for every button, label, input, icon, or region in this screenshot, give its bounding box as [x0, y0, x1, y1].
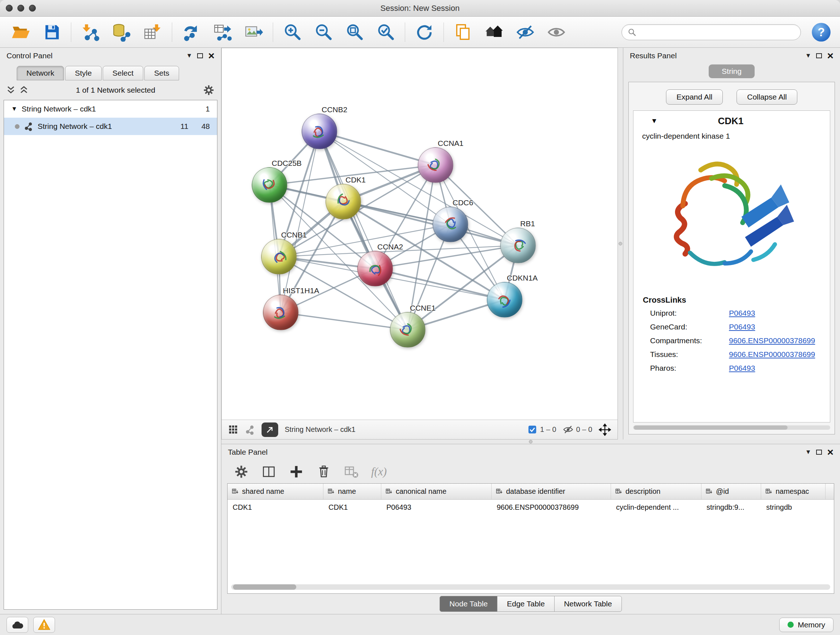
network-from-table-button[interactable] [208, 20, 237, 44]
collapse-all-icon[interactable] [6, 85, 15, 95]
panel-close-icon[interactable]: × [827, 50, 834, 61]
crosslink-link[interactable]: 9606.ENSP00000378699 [729, 350, 815, 359]
column-header-namespac[interactable]: namespac [761, 484, 826, 499]
panel-float-icon[interactable] [816, 53, 822, 58]
expand-all-button[interactable]: Expand All [666, 89, 723, 105]
panel-menu-icon[interactable]: ▼ [805, 448, 812, 456]
network-edge[interactable] [319, 131, 408, 330]
network-node-CDK1[interactable] [325, 184, 361, 219]
share-network-icon[interactable] [245, 424, 255, 435]
crosslink-link[interactable]: P06493 [729, 309, 755, 318]
save-session-button[interactable] [38, 20, 66, 44]
network-edge[interactable] [343, 202, 518, 245]
import-table-button[interactable] [139, 20, 167, 44]
table-settings-gear-icon[interactable] [234, 464, 249, 479]
control-tab-sets[interactable]: Sets [144, 66, 179, 80]
zoom-in-button[interactable] [278, 20, 306, 44]
vertical-splitter[interactable] [618, 48, 623, 440]
expand-all-icon[interactable] [19, 85, 28, 95]
panel-menu-icon[interactable]: ▼ [805, 52, 812, 59]
selected-checkbox-icon[interactable] [527, 424, 537, 434]
grid-view-icon[interactable] [228, 424, 238, 435]
column-header-canonical-name[interactable]: canonical name [381, 484, 492, 499]
crosslink-link[interactable]: P06493 [729, 323, 755, 331]
add-column-icon[interactable] [289, 464, 304, 479]
network-edge[interactable] [281, 312, 408, 330]
network-collection-row[interactable]: ▼ String Network – cdk1 1 [4, 100, 217, 118]
delete-table-icon[interactable] [344, 464, 359, 479]
table-row[interactable]: CDK1CDK1P064939606.ENSP00000378699cyclin… [227, 500, 834, 515]
network-node-CDKN1A[interactable] [487, 282, 523, 318]
collapse-all-button[interactable]: Collapse All [737, 89, 797, 105]
memory-button[interactable]: Memory [779, 618, 834, 632]
birds-eye-view-button[interactable] [480, 20, 508, 44]
control-tab-select[interactable]: Select [103, 66, 143, 80]
table-cell[interactable]: P06493 [381, 503, 492, 511]
export-image-button[interactable] [240, 20, 268, 44]
network-node-CCNB2[interactable] [302, 114, 337, 149]
network-node-HIST1H1A[interactable] [263, 295, 298, 330]
network-node-CDC25B[interactable] [252, 167, 287, 203]
pan-crosshair-icon[interactable] [599, 424, 611, 436]
column-header--id[interactable]: @id [701, 484, 761, 499]
import-network-database-button[interactable] [107, 20, 136, 44]
network-node-CCNA1[interactable] [418, 147, 453, 183]
crosslink-link[interactable]: 9606.ENSP00000378699 [729, 336, 815, 345]
zoom-fit-button[interactable] [340, 20, 369, 44]
tab-string[interactable]: String [709, 65, 755, 78]
function-builder-icon[interactable]: f(x) [371, 465, 387, 478]
network-node-CDC6[interactable] [433, 207, 468, 242]
collapse-section-icon[interactable]: ▼ [651, 117, 658, 125]
table-tab-node-table[interactable]: Node Table [439, 596, 497, 612]
crosslink-link[interactable]: P06493 [729, 364, 755, 372]
delete-column-trash-icon[interactable] [316, 464, 332, 479]
network-node-CCNA2[interactable] [357, 251, 393, 287]
table-horizontal-scrollbar[interactable] [231, 584, 830, 590]
network-canvas[interactable]: CCNB2CCNA1CDC25BCDK1CDC6RB1CCNB1CCNA2CDK… [222, 48, 617, 420]
import-network-file-button[interactable] [76, 20, 104, 44]
minimize-window-button[interactable] [17, 5, 24, 11]
table-cell[interactable]: stringdb:9... [701, 503, 761, 511]
zoom-out-button[interactable] [309, 20, 338, 44]
network-node-CCNB1[interactable] [261, 239, 297, 274]
network-row[interactable]: String Network – cdk1 11 48 [4, 118, 217, 135]
hidden-eye-icon[interactable] [563, 424, 573, 435]
network-node-CCNE1[interactable] [390, 312, 425, 348]
column-header-description[interactable]: description [611, 484, 701, 499]
zoom-selected-button[interactable] [371, 20, 400, 44]
clone-network-button[interactable] [177, 20, 205, 44]
panel-float-icon[interactable] [816, 450, 822, 455]
table-tab-network-table[interactable]: Network Table [554, 596, 622, 612]
gear-icon[interactable] [203, 84, 215, 96]
close-window-button[interactable] [6, 5, 13, 11]
table-cell[interactable]: stringdb [761, 503, 826, 511]
table-cell[interactable]: 9606.ENSP00000378699 [492, 503, 611, 511]
scrollbar-thumb[interactable] [233, 584, 296, 590]
control-tab-network[interactable]: Network [17, 66, 64, 80]
column-header-shared-name[interactable]: shared name [227, 484, 324, 499]
control-tab-style[interactable]: Style [65, 66, 102, 80]
help-button[interactable]: ? [811, 22, 831, 42]
panel-menu-icon[interactable]: ▼ [186, 52, 193, 59]
table-body[interactable] [227, 515, 834, 582]
hide-selected-button[interactable] [511, 20, 539, 44]
table-cell[interactable]: CDK1 [227, 503, 324, 511]
search-input[interactable] [640, 27, 795, 36]
table-cell[interactable]: cyclin-dependent ... [611, 503, 701, 511]
network-edge[interactable] [281, 131, 319, 312]
maximize-window-button[interactable] [29, 5, 36, 11]
cloud-status-button[interactable] [6, 617, 28, 633]
detach-view-button[interactable] [262, 423, 278, 437]
show-columns-icon[interactable] [261, 464, 276, 479]
warnings-button[interactable] [33, 617, 55, 633]
show-all-button[interactable] [542, 20, 570, 44]
column-header-database-identifier[interactable]: database identifier [492, 484, 611, 499]
panel-close-icon[interactable]: × [827, 447, 834, 458]
panel-close-icon[interactable]: × [208, 50, 215, 61]
tree-expand-icon[interactable]: ▼ [11, 105, 17, 112]
panel-float-icon[interactable] [197, 53, 203, 58]
search-field[interactable] [622, 24, 801, 40]
results-scrollbar[interactable] [633, 425, 830, 430]
horizontal-splitter[interactable] [221, 440, 840, 444]
refresh-button[interactable] [410, 20, 439, 44]
